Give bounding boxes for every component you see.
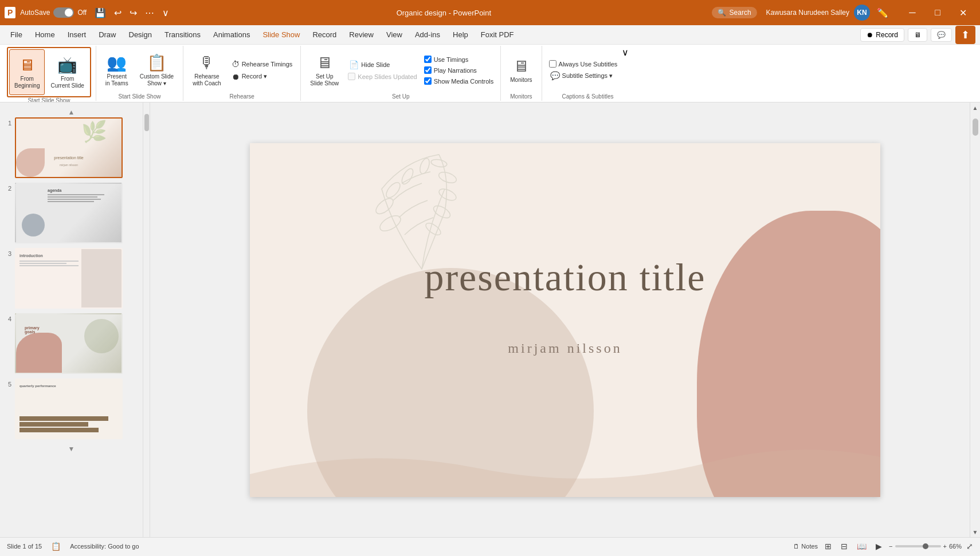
slide-item-2[interactable]: 2 agenda [2, 183, 140, 243]
slideshow-view-button[interactable]: ▶ [873, 541, 884, 552]
fit-slide-button[interactable]: ⤢ [966, 542, 973, 551]
custom-slideshow-button[interactable]: 📋 Custom SlideShow ▾ [135, 48, 178, 93]
zoom-thumb[interactable] [923, 543, 928, 549]
search-box[interactable]: 🔍 Search [712, 7, 757, 18]
setup-slideshow-button[interactable]: 🖥 Set UpSlide Show [305, 48, 343, 93]
menu-review[interactable]: Review [343, 28, 379, 41]
setup-slideshow-label: Set UpSlide Show [310, 73, 339, 87]
slide-thumb-3[interactable]: introduction [15, 248, 123, 309]
keep-updated-checkbox[interactable] [348, 73, 355, 80]
slide-item-4[interactable]: 4 primarygoals [2, 313, 140, 374]
present-teams-button[interactable]: 👥 Presentin Teams [101, 48, 133, 93]
ribbon-group-captions: Always Use Subtitles 💬 Subtitle Settings… [542, 46, 634, 101]
scroll-thumb[interactable] [973, 119, 978, 136]
from-current-button[interactable]: 📺 FromCurrent Slide [46, 49, 88, 95]
slide-thumb-5[interactable]: quarterly performance [15, 378, 123, 439]
thumb-side-bar-3 [81, 249, 121, 309]
slide-thumb-4[interactable]: primarygoals [15, 313, 123, 374]
present-button[interactable]: 🖥 [908, 28, 927, 42]
expand-captions-button[interactable]: ∨ [622, 47, 629, 58]
slide-item-3[interactable]: 3 introduction [2, 248, 140, 309]
menu-insert[interactable]: Insert [62, 28, 92, 41]
maximize-button[interactable]: □ [925, 0, 950, 25]
ribbon-group-content-present: 👥 Presentin Teams 📋 Custom SlideShow ▾ [101, 47, 178, 93]
menu-draw[interactable]: Draw [93, 28, 121, 41]
accessibility-info: Accessibility: Good to go [70, 543, 139, 550]
hide-slide-button[interactable]: 📄 Hide Slide [346, 59, 419, 70]
zoom-slider[interactable] [895, 545, 941, 547]
record-small-label: Record ▾ [242, 73, 268, 80]
menu-addins[interactable]: Add-ins [409, 28, 446, 41]
menu-home[interactable]: Home [29, 28, 61, 41]
panel-scroll-thumb[interactable] [144, 114, 149, 131]
autosave-label: AutoSave [20, 9, 50, 17]
rehearse-timings-label: Rehearse Timings [242, 61, 293, 68]
share-button[interactable]: ⬆ [955, 26, 975, 44]
user-avatar[interactable]: KN [854, 5, 870, 21]
menu-design[interactable]: Design [123, 28, 158, 41]
title-bar-icons: 💾 ↩ ↪ ⋯ ∨ [92, 6, 171, 19]
zoom-out-button[interactable]: − [889, 543, 892, 550]
thumb-circle-1 [16, 148, 45, 177]
menu-file[interactable]: File [5, 28, 28, 41]
zoom-in-button[interactable]: + [943, 543, 947, 550]
record-small-button[interactable]: ⏺ Record ▾ [228, 71, 296, 82]
scroll-up-button[interactable]: ▲ [970, 102, 981, 113]
slide-number-3: 3 [2, 248, 11, 257]
panel-scroll-up[interactable]: ▲ [2, 107, 140, 117]
more-icon[interactable]: ⋯ [143, 6, 156, 19]
scroll-down-button[interactable]: ▼ [970, 527, 981, 537]
slide-thumb-1[interactable]: 🌿 presentation title mirjam nilsson [15, 117, 123, 178]
redo-icon[interactable]: ↪ [127, 6, 139, 19]
rehearse-coach-button[interactable]: 🎙 Rehearsewith Coach [188, 48, 225, 93]
scroll-track [970, 113, 981, 527]
slide-number-5: 5 [2, 378, 11, 388]
undo-icon[interactable]: ↩ [112, 6, 124, 19]
search-icon: 🔍 [718, 9, 726, 17]
pen-icon[interactable]: ✏️ [875, 6, 891, 19]
thumb-line-3a [19, 261, 79, 262]
record-button[interactable]: ⏺ Record [860, 28, 904, 42]
use-timings-checkbox[interactable] [424, 56, 432, 63]
panel-scroll-down[interactable]: ▼ [2, 444, 140, 454]
minimize-button[interactable]: ─ [900, 0, 925, 25]
menu-help[interactable]: Help [447, 28, 474, 41]
comment-button[interactable]: 💬 [931, 28, 952, 42]
always-subtitles-checkbox[interactable] [549, 60, 556, 68]
timings-icon: ⏱ [232, 60, 240, 69]
present-icon: 🖥 [914, 31, 921, 39]
slide-item-5[interactable]: 5 quarterly performance [2, 378, 140, 439]
play-narrations-checkbox[interactable] [424, 66, 432, 74]
menu-view[interactable]: View [381, 28, 408, 41]
menu-slideshow[interactable]: Slide Show [257, 28, 305, 41]
reading-view-button[interactable]: 📖 [854, 541, 869, 552]
menu-transitions[interactable]: Transitions [159, 28, 206, 41]
ribbon-group-content-monitors: 🖥 Monitors [505, 47, 536, 93]
quick-access-icon[interactable]: ∨ [160, 6, 171, 19]
group-label-rehearse: Rehearse [188, 93, 296, 101]
subtitle-settings-button[interactable]: 💬 Subtitle Settings ▾ [547, 70, 620, 81]
save-icon[interactable]: 💾 [92, 6, 108, 19]
group-label-start: Start Slide Show [7, 97, 91, 102]
show-media-checkbox[interactable] [424, 77, 432, 85]
ribbon-group-monitors: 🖥 Monitors Monitors [501, 46, 542, 101]
menu-record[interactable]: Record [307, 28, 342, 41]
menu-animations[interactable]: Animations [207, 28, 256, 41]
thumb-content-2: agenda [48, 188, 119, 203]
rehearse-timings-button[interactable]: ⏱ Rehearse Timings [228, 58, 296, 70]
from-beginning-label: FromBeginning [14, 76, 40, 89]
notes-button[interactable]: 🗒 Notes [793, 543, 818, 550]
from-beginning-button[interactable]: 🖥 FromBeginning [9, 49, 45, 95]
slide-notes-toggle[interactable]: 📋 [51, 542, 61, 551]
autosave-toggle[interactable] [53, 7, 74, 18]
ribbon-toolbar: 🖥 FromBeginning 📺 FromCurrent Slide Star… [0, 45, 980, 102]
close-button[interactable]: ✕ [950, 0, 975, 25]
svg-point-5 [430, 158, 448, 168]
slide-thumb-2[interactable]: agenda [15, 183, 123, 243]
use-timings-row: Use Timings [422, 54, 496, 64]
menu-foxit[interactable]: Foxit PDF [475, 28, 520, 41]
monitors-button[interactable]: 🖥 Monitors [505, 48, 536, 93]
slide-sorter-button[interactable]: ⊟ [838, 541, 850, 552]
slide-item-1[interactable]: 1 🌿 presentation title mirjam nilsson [2, 117, 140, 178]
normal-view-button[interactable]: ⊞ [822, 541, 834, 552]
